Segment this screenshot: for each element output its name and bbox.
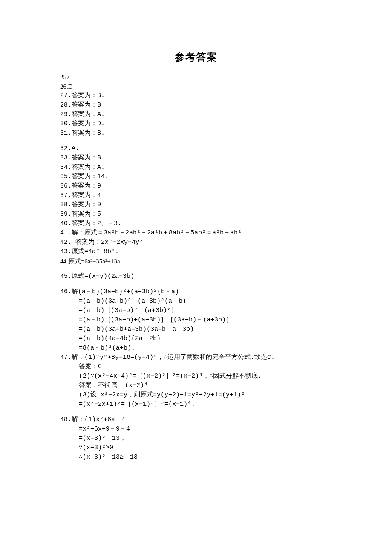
answer-42: 42. 答案为：2x²−2xy−4y² [60,238,332,247]
answer-40: 40.答案为：2、－3. [60,219,332,228]
answer-47-line3: (2)∵(x²−4x+4)²=［(x−2)²］²=(x−2)⁴，∴因式分解不彻底… [60,372,332,381]
answer-47-line6: =(x²−2x+1)²=［(x−1)²］²=(x−1)⁴. [60,400,332,409]
answer-46-line7: =8(a﹣b)²(a+b). [60,344,332,353]
answer-46-line2: =(a﹣b)(3a+b)²﹣(a+3b)²(a﹣b) [60,297,332,306]
answer-37: 37.答案为：4 [60,191,332,200]
answer-48-line1: 48.解：(1)x²+6x﹣4 [60,415,332,425]
answer-48-line2: =x²+6x+9﹣9﹣4 [60,425,332,434]
answer-30: 30.答案为：D. [60,119,332,129]
answer-46-line3: =(a﹣b)［(3a+b)²﹣(a+3b)²］ [60,306,332,315]
answer-48-line5: ∴(x+3)²﹣13≥﹣13 [60,453,332,462]
answer-44: 44.原式=6a³−35a²+13a [60,257,332,266]
answer-46-line4: =(a﹣b)［(3a+b)+(a+3b)］［(3a+b)﹣(a+3b)］ [60,315,332,325]
answer-26: 26.D [60,82,332,91]
answer-39: 39.答案为：5 [60,210,332,219]
answer-46-line6: =(a﹣b)(4a+4b)(2a﹣2b) [60,334,332,344]
answer-36: 36.答案为：9 [60,182,332,191]
answer-31: 31.答案为：B. [60,129,332,138]
answer-35: 35.答案为：14. [60,172,332,182]
answer-48-line4: ∵(x+3)²≥0 [60,443,332,453]
answer-47-line4: 答案：不彻底 (x−2)⁴ [60,381,332,390]
answer-38: 38.答案为：0 [60,200,332,210]
page-title: 参考答案 [60,50,332,64]
answer-47-line5: (3)设 x²−2x=y，则原式=y(y+2)+1=y²+2y+1=(y+1)² [60,390,332,400]
answer-47-line1: 47.解：(1)∵y²+8y+16=(y+4)²，∴运用了两数和的完全平方公式.… [60,353,332,362]
answer-45: 45.原式=(x−y)(2a−3b) [60,272,332,281]
answer-25: 25.C [60,72,332,82]
answer-29: 29.答案为：A. [60,110,332,119]
answer-32: 32.A. [60,144,332,153]
answer-48-line3: =(x+3)²﹣13， [60,434,332,443]
answer-27: 27.答案为：B. [60,91,332,101]
answer-28: 28.答案为：B [60,101,332,110]
answer-46-line5: =(a﹣b)(3a+b+a+3b)(3a+b﹣a﹣3b) [60,325,332,334]
answer-34: 34.答案为：A. [60,163,332,172]
answer-43: 43.原式=4a²−8b². [60,247,332,257]
answer-47-line2: 答案：C [60,362,332,372]
answer-33: 33.答案为：B [60,153,332,163]
answer-41: 41.解：原式＝3a²b－2ab²－2a²b＋8ab²－5ab²＝a²b＋ab²… [60,228,332,238]
answer-46-line1: 46.解(a﹣b)(3a+b)²+(a+3b)²(b﹣a) [60,287,332,297]
